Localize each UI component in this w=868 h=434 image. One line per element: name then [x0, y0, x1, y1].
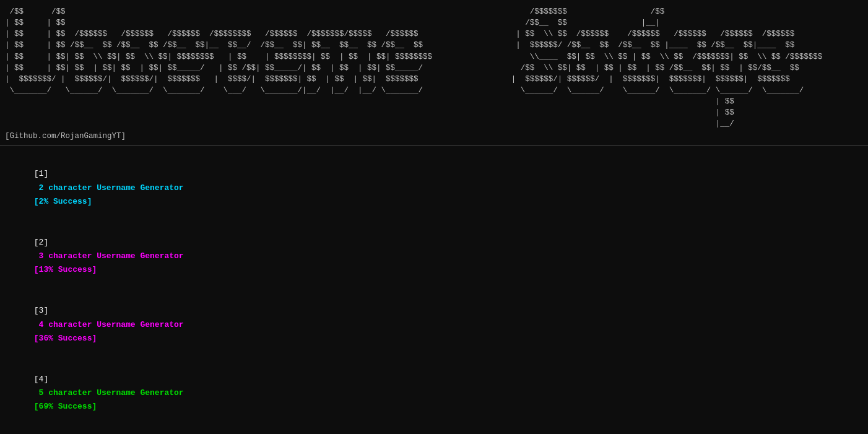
terminal-window: /$$ /$$ /$$$$$$$ /$$ | $$ | $$: [0, 0, 868, 434]
menu-label-4: 5 character Username Generator: [34, 388, 189, 397]
menu-num-2: [2]: [34, 238, 48, 247]
menu-num-3: [3]: [34, 306, 48, 315]
divider-top: [0, 145, 868, 146]
menu-num-1: [1]: [34, 169, 48, 178]
menu-label-2: 3 character Username Generator: [34, 251, 189, 261]
github-link: [Github.com/RojanGamingYT]: [0, 129, 868, 141]
menu-label-1: 2 character Username Generator: [34, 183, 189, 193]
menu-section: [1] 2 character Username Generator [2% S…: [0, 151, 868, 434]
menu-item-3[interactable]: [3] 4 character Username Generator [36% …: [5, 290, 863, 358]
menu-badge-4: [69% Success]: [34, 402, 97, 411]
menu-num-4: [4]: [34, 375, 48, 384]
menu-badge-2: [13% Success]: [34, 265, 97, 274]
menu-item-4[interactable]: [4] 5 character Username Generator [69% …: [5, 359, 863, 427]
menu-badge-1: [2% Success]: [34, 197, 92, 206]
menu-item-5[interactable]: [5] Custom Username Generator: [5, 427, 863, 434]
menu-badge-3: [36% Success]: [34, 334, 97, 343]
menu-item-2[interactable]: [2] 3 character Username Generator [13% …: [5, 222, 863, 290]
menu-label-3: 4 character Username Generator: [34, 320, 189, 329]
ascii-art-banner: /$$ /$$ /$$$$$$$ /$$ | $$ | $$: [0, 6, 868, 129]
menu-item-1[interactable]: [1] 2 character Username Generator [2% S…: [5, 154, 863, 222]
